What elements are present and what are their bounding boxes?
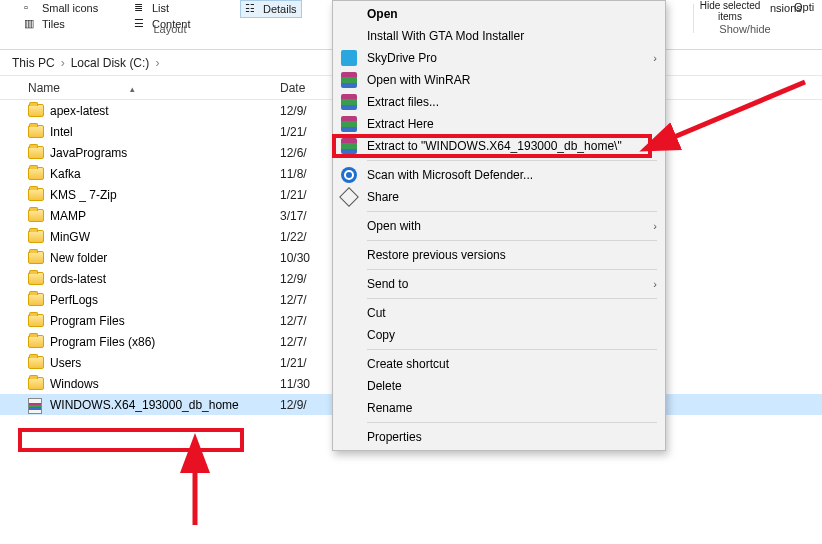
chevron-right-icon: › [653, 52, 657, 64]
folder-icon [28, 335, 44, 349]
folder-icon [28, 251, 44, 265]
sort-asc-icon: ▴ [130, 84, 135, 94]
chevron-right-icon: › [153, 56, 161, 70]
share-icon [341, 189, 357, 205]
menu-properties[interactable]: Properties [333, 426, 665, 448]
menu-delete[interactable]: Delete [333, 375, 665, 397]
file-name: PerfLogs [50, 293, 280, 307]
view-details[interactable]: ☷Details [240, 0, 302, 18]
view-small-icons[interactable]: ▫Small icons [20, 0, 102, 16]
folder-icon [28, 125, 44, 139]
folder-icon [28, 104, 44, 118]
folder-icon [28, 293, 44, 307]
file-name: Kafka [50, 167, 280, 181]
menu-copy[interactable]: Copy [333, 324, 665, 346]
winrar-icon [341, 72, 357, 88]
file-name: apex-latest [50, 104, 280, 118]
folder-icon [28, 314, 44, 328]
context-menu: Open Install With GTA Mod Installer SkyD… [332, 0, 666, 451]
menu-extract-here[interactable]: Extract Here [333, 113, 665, 135]
folder-icon [28, 377, 44, 391]
folder-icon [28, 146, 44, 160]
small-icons-icon: ▫ [24, 1, 38, 15]
folder-icon [28, 209, 44, 223]
menu-extract-to[interactable]: Extract to "WINDOWS.X64_193000_db_home\" [333, 135, 665, 157]
list-icon: ≣ [134, 1, 148, 15]
folder-icon [28, 188, 44, 202]
file-name: Users [50, 356, 280, 370]
ribbon-extensions-label: nsions [770, 2, 802, 14]
winrar-icon [341, 138, 357, 154]
skydrive-icon [341, 50, 357, 66]
breadcrumb-drive[interactable]: Local Disk (C:) [67, 56, 154, 70]
menu-cut[interactable]: Cut [333, 302, 665, 324]
menu-open[interactable]: Open [333, 3, 665, 25]
folder-icon [28, 167, 44, 181]
file-name: Windows [50, 377, 280, 391]
menu-open-winrar[interactable]: Open with WinRAR [333, 69, 665, 91]
menu-extract-files[interactable]: Extract files... [333, 91, 665, 113]
winrar-icon [341, 94, 357, 110]
annotation-arrow-file [170, 455, 230, 539]
chevron-right-icon: › [59, 56, 67, 70]
ribbon-group-label-show: Show/hide [670, 23, 820, 35]
archive-icon [28, 398, 44, 412]
menu-skydrive-pro[interactable]: SkyDrive Pro› [333, 47, 665, 69]
file-name: New folder [50, 251, 280, 265]
menu-install-gta[interactable]: Install With GTA Mod Installer [333, 25, 665, 47]
winrar-icon [341, 116, 357, 132]
breadcrumb-root[interactable]: This PC [8, 56, 59, 70]
file-name: JavaPrograms [50, 146, 280, 160]
details-icon: ☷ [245, 2, 259, 16]
chevron-right-icon: › [653, 220, 657, 232]
menu-open-with[interactable]: Open with› [333, 215, 665, 237]
menu-rename[interactable]: Rename [333, 397, 665, 419]
chevron-right-icon: › [653, 278, 657, 290]
hide-selected-items[interactable]: Hide selected items [700, 0, 761, 22]
menu-create-shortcut[interactable]: Create shortcut [333, 353, 665, 375]
file-name: MinGW [50, 230, 280, 244]
annotation-highlight-file [18, 428, 244, 452]
column-header-name[interactable]: Name ▴ [0, 81, 280, 95]
menu-share[interactable]: Share [333, 186, 665, 208]
file-name: KMS _ 7-Zip [50, 188, 280, 202]
view-list[interactable]: ≣List [130, 0, 195, 16]
folder-icon [28, 356, 44, 370]
ribbon-group-show: Hide selected items Opti Show/hide [700, 0, 820, 35]
menu-scan-defender[interactable]: Scan with Microsoft Defender... [333, 164, 665, 186]
file-name: WINDOWS.X64_193000_db_home [50, 398, 280, 412]
defender-icon [341, 167, 357, 183]
menu-send-to[interactable]: Send to› [333, 273, 665, 295]
ribbon-group-layout: ▫Small icons ▥Tiles ≣List ☰Content ☷Deta… [0, 0, 340, 35]
folder-icon [28, 230, 44, 244]
file-name: Program Files [50, 314, 280, 328]
folder-icon [28, 272, 44, 286]
file-name: ords-latest [50, 272, 280, 286]
ribbon-group-label-layout: Layout [0, 23, 340, 35]
file-name: Intel [50, 125, 280, 139]
file-name: MAMP [50, 209, 280, 223]
menu-restore-versions[interactable]: Restore previous versions [333, 244, 665, 266]
file-name: Program Files (x86) [50, 335, 280, 349]
